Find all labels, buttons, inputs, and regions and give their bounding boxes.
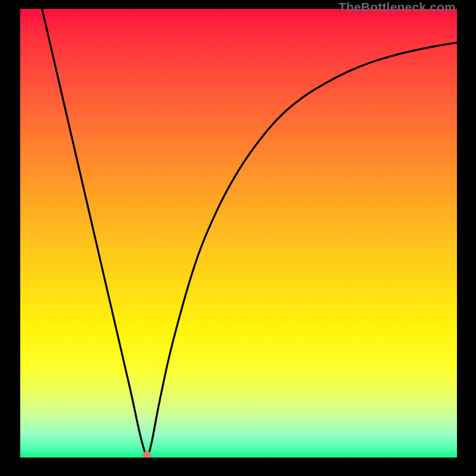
- watermark-text: TheBottleneck.com: [339, 0, 456, 14]
- chart-frame: TheBottleneck.com: [0, 0, 476, 476]
- curve-svg: [20, 9, 457, 458]
- optimal-point-marker: [143, 451, 151, 458]
- plot-area: [20, 9, 457, 458]
- bottleneck-curve: [42, 9, 457, 455]
